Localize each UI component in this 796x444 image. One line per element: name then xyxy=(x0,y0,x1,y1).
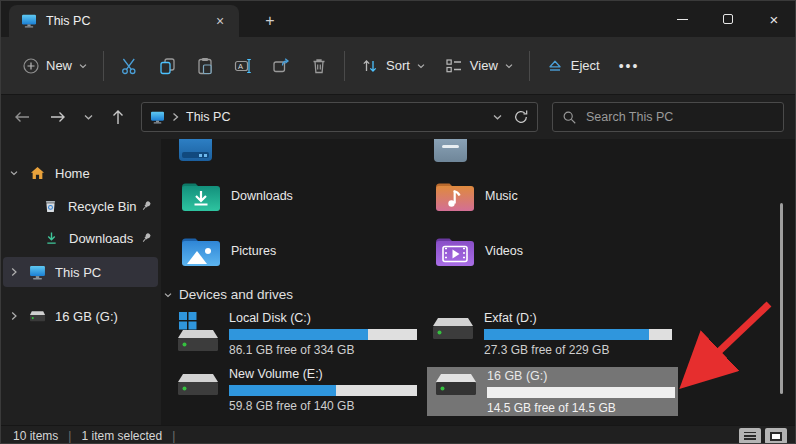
back-button[interactable] xyxy=(7,102,37,132)
drive-free-space: 14.5 GB free of 14.5 GB xyxy=(487,401,675,415)
large-icons-view-icon xyxy=(770,432,782,441)
tab-title: This PC xyxy=(46,14,209,28)
drive-name: New Volume (E:) xyxy=(229,367,417,383)
downloads-folder-icon xyxy=(180,179,222,213)
arrow-right-icon xyxy=(50,111,66,123)
navigation-bar: This PC xyxy=(1,95,796,139)
drive-tile-local-disk-c[interactable]: Local Disk (C:) 86.1 GB free of 334 GB xyxy=(175,311,417,357)
copy-button[interactable] xyxy=(148,50,186,82)
details-view-button[interactable] xyxy=(739,428,761,444)
see-more-button[interactable]: ••• xyxy=(609,52,650,80)
folder-name: Videos xyxy=(485,244,523,258)
maximize-button[interactable] xyxy=(705,1,751,37)
drive-icon xyxy=(430,315,476,345)
music-folder-icon xyxy=(434,179,476,213)
section-devices-and-drives[interactable]: Devices and drives xyxy=(163,287,293,302)
sort-button-label: Sort xyxy=(386,58,410,73)
chevron-down-icon[interactable] xyxy=(3,169,25,177)
vertical-scrollbar[interactable] xyxy=(780,203,783,394)
drive-tile-16gb-g-selected[interactable]: 16 GB (G:) 14.5 GB free of 14.5 GB xyxy=(427,367,678,416)
eject-button[interactable]: Eject xyxy=(536,50,609,82)
folder-tile-downloads[interactable]: Downloads xyxy=(180,179,293,213)
sort-button[interactable]: Sort xyxy=(351,50,435,82)
share-icon xyxy=(271,56,291,76)
new-button-label: New xyxy=(46,58,72,73)
recent-locations-button[interactable] xyxy=(73,102,103,132)
drive-tile-exfat-d[interactable]: Exfat (D:) 27.3 GB free of 229 GB xyxy=(430,315,672,357)
plus-circle-icon xyxy=(22,57,40,75)
drive-icon xyxy=(175,371,221,401)
paste-button[interactable] xyxy=(186,50,224,82)
sidebar-item-downloads[interactable]: Downloads xyxy=(3,224,158,252)
maximize-icon xyxy=(723,14,733,24)
drive-icon xyxy=(25,310,49,323)
drive-icon xyxy=(433,371,479,401)
new-tab-button[interactable]: + xyxy=(257,9,283,33)
sidebar-item-label: Home xyxy=(55,166,158,181)
drive-free-space: 59.8 GB free of 140 GB xyxy=(229,399,417,413)
window-controls: × xyxy=(659,1,796,37)
drive-tile-16gb-g[interactable]: 16 GB (G:) 14.5 GB free of 14.5 GB xyxy=(433,371,675,415)
capacity-bar-fill xyxy=(484,329,649,340)
view-button-label: View xyxy=(470,58,498,73)
svg-text:A: A xyxy=(238,61,243,70)
refresh-icon[interactable] xyxy=(513,109,529,125)
sidebar-item-label: Recycle Bin xyxy=(68,199,137,214)
drive-free-space: 86.1 GB free of 334 GB xyxy=(229,343,417,357)
folder-tile-pictures[interactable]: Pictures xyxy=(180,234,276,268)
pictures-folder-icon xyxy=(180,234,222,268)
home-icon xyxy=(25,166,49,180)
forward-button[interactable] xyxy=(43,102,73,132)
sidebar-item-home[interactable]: Home xyxy=(3,159,158,187)
view-toggle-group xyxy=(739,428,787,444)
chevron-right-icon[interactable] xyxy=(3,267,25,277)
drive-free-space: 27.3 GB free of 229 GB xyxy=(484,343,672,357)
breadcrumb[interactable]: This PC xyxy=(186,110,492,124)
search-box[interactable] xyxy=(552,102,784,132)
view-button[interactable]: View xyxy=(435,50,523,82)
tab-this-pc[interactable]: This PC × xyxy=(9,5,239,37)
status-separator: | xyxy=(68,429,71,443)
address-bar[interactable]: This PC xyxy=(141,102,538,132)
drive-tile-new-volume-e[interactable]: New Volume (E:) 59.8 GB free of 140 GB xyxy=(175,371,417,413)
minimize-button[interactable] xyxy=(659,1,705,37)
chevron-down-icon xyxy=(163,291,173,299)
delete-button[interactable] xyxy=(300,50,338,82)
rename-button[interactable]: A xyxy=(224,50,262,82)
partial-folder-icon[interactable] xyxy=(179,139,212,161)
search-input[interactable] xyxy=(586,110,756,124)
chevron-down-icon xyxy=(504,62,514,70)
address-dropdown-icon[interactable] xyxy=(492,113,503,121)
close-button[interactable]: × xyxy=(751,1,796,37)
large-icons-view-button[interactable] xyxy=(765,428,787,444)
command-bar: New A xyxy=(1,37,796,95)
cut-button[interactable] xyxy=(110,50,148,82)
partial-folder-icon[interactable] xyxy=(434,139,467,162)
share-button[interactable] xyxy=(262,50,300,82)
sidebar-item-recycle-bin[interactable]: Recycle Bin xyxy=(3,192,158,220)
chevron-right-icon[interactable] xyxy=(3,311,25,321)
sort-icon xyxy=(360,56,380,76)
item-count: 10 items xyxy=(13,429,58,443)
sidebar-item-this-pc[interactable]: This PC xyxy=(3,257,158,287)
drive-icon-windows xyxy=(175,311,221,353)
minimize-icon xyxy=(677,19,688,20)
sidebar-item-16gb-g[interactable]: 16 GB (G:) xyxy=(3,302,158,330)
paste-icon xyxy=(195,56,215,76)
drive-name: Exfat (D:) xyxy=(484,311,672,327)
sidebar-item-label: 16 GB (G:) xyxy=(55,309,158,324)
capacity-bar xyxy=(229,385,417,396)
folder-name: Pictures xyxy=(231,244,276,258)
pin-icon xyxy=(137,200,158,212)
chevron-down-icon xyxy=(83,113,94,121)
new-button[interactable]: New xyxy=(13,51,97,81)
toolbar-separator xyxy=(103,51,104,81)
videos-folder-icon xyxy=(434,234,476,268)
monitor-icon xyxy=(25,265,49,280)
folder-tile-videos[interactable]: Videos xyxy=(434,234,523,268)
folder-tile-music[interactable]: Music xyxy=(434,179,518,213)
capacity-bar-fill xyxy=(229,329,368,340)
tab-close-icon[interactable]: × xyxy=(209,10,231,32)
up-button[interactable] xyxy=(103,102,133,132)
close-icon: × xyxy=(770,11,779,28)
